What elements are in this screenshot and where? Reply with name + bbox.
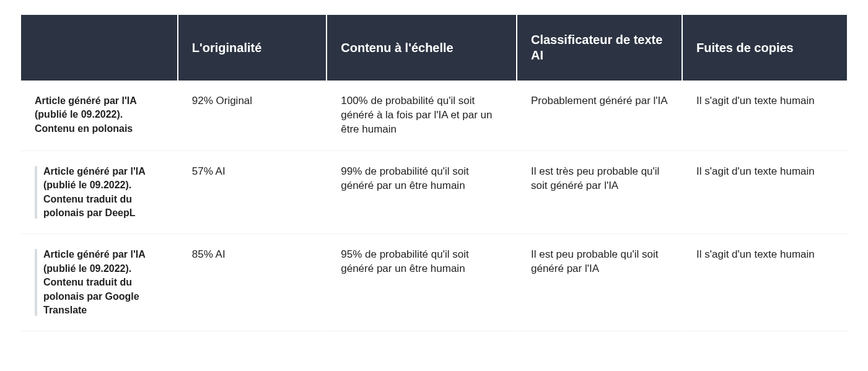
comparison-table: L'originalité Contenu à l'échelle Classi… [20,15,848,331]
header-classifier: Classificateur de texte AI [517,15,682,81]
cell-classifier: Il est très peu probable qu'il soit géné… [517,151,682,235]
cell-originality: 92% Original [178,81,327,151]
table-row: Article généré par l'IA (publié le 09.20… [21,81,847,151]
cell-scale: 99% de probabilité qu'il soit généré par… [327,151,516,235]
header-scale: Contenu à l'échelle [327,15,516,81]
cell-originality: 85% AI [178,234,327,331]
cell-originality: 57% AI [178,151,327,235]
cell-leaks: Il s'agit d'un texte humain [683,81,847,151]
row-label: Article généré par l'IA (publié le 09.20… [21,81,177,151]
row-head-text: Article généré par l'IA (publié le 09.20… [35,165,164,220]
cell-scale: 100% de probabilité qu'il soit généré à … [327,81,516,151]
cell-classifier: Il est peu probable qu'il soit généré pa… [517,234,682,331]
table-row: Article généré par l'IA (publié le 09.20… [21,151,847,235]
cell-classifier: Probablement généré par l'IA [517,81,682,151]
row-label: Article généré par l'IA (publié le 09.20… [21,151,177,235]
cell-leaks: Il s'agit d'un texte humain [683,234,847,331]
table-header-row: L'originalité Contenu à l'échelle Classi… [21,15,847,81]
row-head-text: Article généré par l'IA (publié le 09.20… [35,248,164,317]
header-originality: L'originalité [178,15,327,81]
row-label: Article généré par l'IA (publié le 09.20… [21,234,177,331]
header-blank [21,15,177,81]
table-row: Article généré par l'IA (publié le 09.20… [21,234,847,331]
row-head-text: Article généré par l'IA (publié le 09.20… [35,94,164,136]
header-leaks: Fuites de copies [683,15,847,81]
cell-leaks: Il s'agit d'un texte humain [683,151,847,235]
cell-scale: 95% de probabilité qu'il soit généré par… [327,234,516,331]
